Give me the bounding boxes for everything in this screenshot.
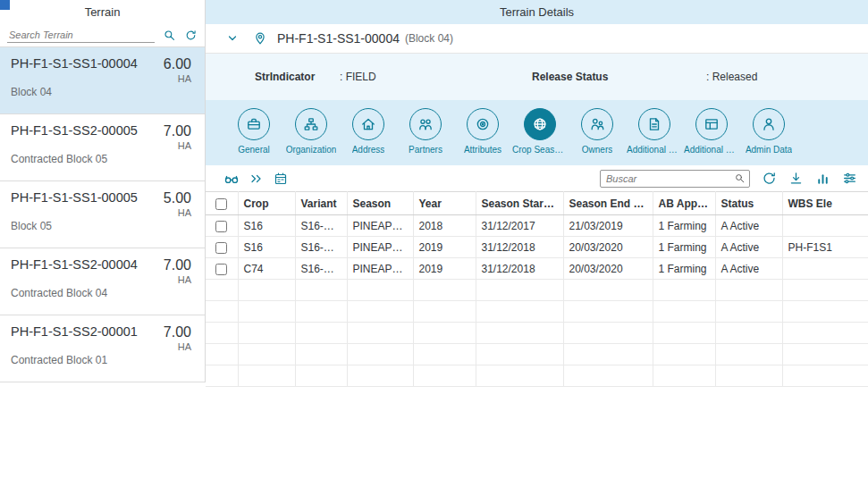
terrain-subtitle: Contracted Block 04 [11, 287, 138, 299]
terrain-list-item[interactable]: PH-F1-S1-SS1-00005 Block 05 5.00 HA [0, 181, 205, 248]
refresh-icon[interactable] [184, 29, 198, 42]
cell-season-end: 20/03/2020 [563, 258, 653, 280]
select-all-checkbox[interactable] [215, 198, 227, 210]
column-header[interactable]: Status [715, 192, 782, 215]
chevron-down-icon[interactable] [225, 31, 240, 46]
object-info-strip: StrIndicator : FIELD Release Status : Re… [206, 54, 868, 100]
bar-chart-icon[interactable] [815, 171, 830, 186]
map-pin-icon [253, 31, 267, 46]
column-header[interactable]: Crop [238, 192, 295, 215]
cell-season-start: 31/12/2017 [476, 215, 563, 237]
org-chart-icon [295, 108, 327, 140]
column-header[interactable]: Season [347, 192, 413, 215]
cell-wbs: PH-F1S1 [782, 237, 868, 258]
cell-crop: S16 [238, 215, 295, 237]
object-subtitle: (Block 04) [405, 32, 453, 45]
terrain-list-item[interactable]: PH-F1-S1-SS2-00005 Contracted Block 05 7… [0, 114, 205, 181]
column-header[interactable]: Variant [295, 192, 347, 215]
empty-row [206, 280, 868, 301]
globe-icon [524, 108, 556, 140]
cell-season-start: 31/12/2018 [476, 237, 563, 258]
empty-row [206, 365, 868, 387]
table-toolbar [206, 165, 868, 191]
table-search-box [600, 170, 750, 188]
row-checkbox[interactable] [215, 264, 227, 275]
empty-row [206, 323, 868, 344]
release-status-value: : Released [706, 71, 757, 83]
table-row[interactable]: S16 S16-P2H PINEAPPLE 2019 31/12/2018 20… [206, 237, 868, 258]
tab-admin-data[interactable]: Admin Data [740, 100, 797, 165]
tab-partners[interactable]: Partners [397, 100, 454, 165]
table-row[interactable]: C74 S16-P2H PINEAPPLE 2019 31/12/2018 20… [206, 258, 868, 280]
sidebar-search-bar [0, 24, 205, 47]
person-icon [753, 108, 785, 140]
download-icon[interactable] [788, 171, 804, 186]
details-panel: Terrain Details PH-F1-S1-SS1-00004 (Bloc… [206, 0, 868, 387]
double-chevron-icon[interactable] [249, 172, 264, 186]
table-row[interactable]: S16 S16-P2H PINEAPPLE 2018 31/12/2017 21… [206, 215, 868, 237]
terrain-id: PH-F1-S1-SS1-00004 [11, 56, 138, 71]
row-checkbox[interactable] [215, 242, 227, 254]
card-icon [695, 108, 728, 140]
tab-owners[interactable]: Owners [569, 100, 626, 165]
cell-year: 2019 [413, 258, 476, 280]
terrain-area-unit: HA [164, 140, 191, 151]
tab-additional-data-2[interactable]: Additional D... [683, 100, 740, 165]
column-header[interactable]: Season End Date [563, 192, 653, 215]
tab-organization[interactable]: Organization [282, 100, 340, 165]
table-header-row: Crop Variant Season Year Season Start Da… [206, 192, 868, 215]
cell-variant: S16-P2H [295, 215, 347, 237]
tab-attributes[interactable]: Attributes [454, 100, 511, 165]
column-header[interactable]: Year [413, 192, 476, 215]
cell-season: PINEAPPLE [347, 258, 413, 280]
cell-season-start: 31/12/2018 [476, 258, 563, 280]
terrain-area-unit: HA [164, 341, 191, 352]
terrain-area-unit: HA [164, 73, 191, 84]
cell-ab-appli: 1 Farming [653, 237, 715, 258]
column-header[interactable]: WBS Ele [782, 192, 868, 215]
icon-tab-bar: General Organization Address Partners [206, 100, 868, 165]
cell-ab-appli: 1 Farming [653, 258, 715, 280]
cell-variant: S16-P2H [295, 237, 347, 258]
sidebar: Terrain PH-F1-S1-SS1-00004 Block 04 6.00… [0, 0, 206, 382]
table-search-input[interactable] [604, 172, 734, 185]
terrain-area-unit: HA [164, 207, 191, 218]
terrain-list-item[interactable]: PH-F1-S1-SS2-00001 Contracted Block 01 7… [0, 315, 205, 382]
cell-ab-appli: 1 Farming [653, 215, 715, 237]
calendar-icon[interactable] [274, 172, 288, 186]
history-icon[interactable] [762, 171, 777, 186]
terrain-id: PH-F1-S1-SS2-00004 [11, 257, 138, 272]
glasses-icon[interactable] [223, 171, 240, 187]
terrain-id: PH-F1-S1-SS1-00005 [11, 190, 138, 205]
column-header[interactable]: Season Start Date [476, 192, 563, 215]
terrain-area-value: 7.00 [164, 257, 191, 273]
object-title: PH-F1-S1-SS1-00004 [277, 31, 400, 46]
row-select-cell [206, 237, 238, 258]
search-icon[interactable] [734, 172, 746, 184]
terrain-search-input[interactable] [7, 28, 155, 43]
release-status-label: Release Status [532, 71, 706, 83]
personalize-sliders-icon[interactable] [842, 171, 857, 186]
terrain-area-value: 7.00 [164, 324, 191, 340]
sidebar-title-bar: Terrain [0, 0, 205, 24]
terrain-subtitle: Block 04 [11, 86, 138, 98]
cell-season-end: 21/03/2019 [563, 215, 653, 237]
object-header: PH-F1-S1-SS1-00004 (Block 04) [206, 24, 868, 54]
terrain-subtitle: Contracted Block 01 [11, 354, 138, 366]
owners-icon [581, 108, 613, 140]
tab-address[interactable]: Address [340, 100, 397, 165]
str-indicator-label: StrIndicator [255, 71, 340, 83]
tab-crop-seasons[interactable]: Crop Seasons [511, 100, 569, 165]
search-icon[interactable] [163, 29, 176, 42]
house-icon [352, 108, 384, 140]
terrain-list-item[interactable]: PH-F1-S1-SS2-00004 Contracted Block 04 7… [0, 248, 205, 315]
details-title: Terrain Details [500, 5, 574, 19]
terrain-list-item[interactable]: PH-F1-S1-SS1-00004 Block 04 6.00 HA [0, 47, 205, 114]
target-icon [467, 108, 499, 140]
partners-icon [409, 108, 442, 140]
tab-general[interactable]: General [225, 100, 282, 165]
tab-additional-data-1[interactable]: Additional D... [626, 100, 683, 165]
column-header[interactable]: AB Appli... [653, 192, 715, 215]
row-checkbox[interactable] [215, 221, 227, 232]
cell-year: 2018 [413, 215, 476, 237]
